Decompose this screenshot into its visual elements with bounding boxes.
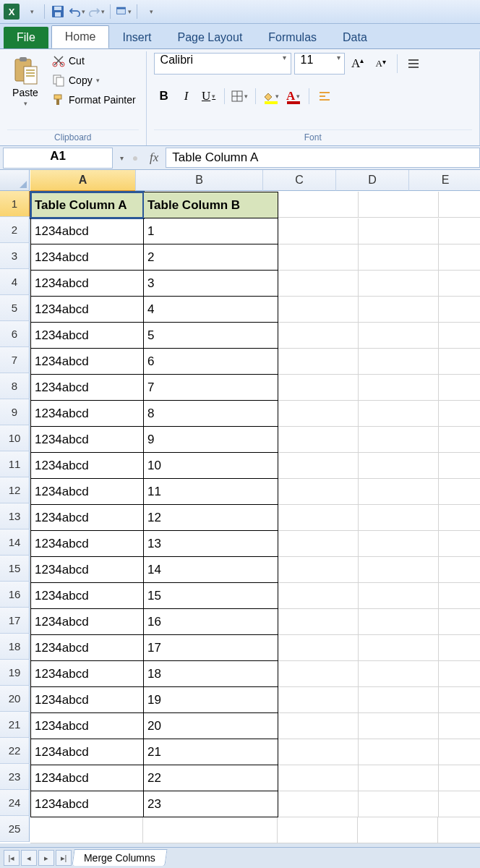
cell[interactable] <box>439 192 480 218</box>
row-header[interactable]: 11 <box>0 451 30 477</box>
row-header[interactable]: 6 <box>0 321 30 347</box>
cell[interactable]: 1234abcd <box>30 531 144 557</box>
cell[interactable] <box>359 401 439 427</box>
cell[interactable]: 1234abcd <box>30 609 144 635</box>
row-header[interactable]: 16 <box>0 582 30 608</box>
cell[interactable]: Table Column B <box>144 192 278 218</box>
cell[interactable]: 1234abcd <box>30 583 144 609</box>
fx-icon[interactable]: fx <box>142 150 166 165</box>
cell[interactable]: 1234abcd <box>30 505 144 531</box>
cell[interactable] <box>359 218 439 244</box>
cell[interactable] <box>278 687 359 713</box>
sheet-nav-next-icon[interactable]: ▸ <box>38 850 54 866</box>
row-header[interactable]: 21 <box>0 712 30 738</box>
shrink-font-button[interactable]: A▾ <box>371 54 391 74</box>
cell[interactable] <box>30 817 143 843</box>
cell[interactable] <box>143 817 278 843</box>
row-header[interactable]: 18 <box>0 634 30 660</box>
cell[interactable] <box>278 635 359 661</box>
sheet-nav-last-icon[interactable]: ▸| <box>56 850 72 866</box>
cell[interactable] <box>278 271 359 297</box>
cell[interactable] <box>439 218 480 244</box>
cell[interactable] <box>359 427 439 453</box>
cell[interactable]: 1234abcd <box>30 557 144 583</box>
cell[interactable] <box>439 479 480 505</box>
cell[interactable] <box>359 635 439 661</box>
cell[interactable]: 1234abcd <box>30 244 144 271</box>
row-header[interactable]: 25 <box>0 816 30 842</box>
row-header[interactable]: 8 <box>0 373 30 399</box>
row-header[interactable]: 9 <box>0 399 30 425</box>
cell[interactable] <box>439 713 480 739</box>
cell[interactable] <box>278 791 359 817</box>
tab-page-layout[interactable]: Page Layout <box>164 27 255 48</box>
cell[interactable]: 1234abcd <box>30 271 144 297</box>
cell[interactable] <box>359 479 439 505</box>
qat-customize-icon[interactable] <box>23 4 39 20</box>
italic-button[interactable]: I <box>176 86 197 106</box>
format-painter-button[interactable]: Format Painter <box>49 92 139 108</box>
row-header[interactable]: 12 <box>0 477 30 503</box>
cell[interactable]: 1234abcd <box>30 427 144 453</box>
font-color-button[interactable]: A <box>283 86 304 106</box>
cell[interactable] <box>278 244 359 271</box>
cell[interactable] <box>359 192 439 218</box>
column-header[interactable]: B <box>136 170 263 191</box>
cell[interactable] <box>359 375 439 401</box>
cell[interactable]: 15 <box>144 583 278 609</box>
row-header[interactable]: 24 <box>0 790 30 816</box>
cell[interactable] <box>278 557 359 583</box>
cell[interactable] <box>439 453 480 479</box>
column-header[interactable]: A <box>30 170 136 192</box>
cell[interactable]: 1234abcd <box>30 635 144 661</box>
qat-more-icon[interactable] <box>116 4 132 20</box>
font-name-select[interactable]: Calibri▾ <box>154 53 291 75</box>
fill-color-button[interactable] <box>261 86 281 106</box>
tab-file[interactable]: File <box>4 27 48 48</box>
cell[interactable] <box>278 192 359 218</box>
cell[interactable] <box>278 661 359 687</box>
cell[interactable] <box>439 687 480 713</box>
cell[interactable]: 23 <box>144 791 278 817</box>
cell[interactable]: 1234abcd <box>30 218 144 244</box>
cell[interactable]: 1234abcd <box>30 791 144 817</box>
cell[interactable] <box>438 817 480 843</box>
cell[interactable] <box>439 401 480 427</box>
cell[interactable]: 1234abcd <box>30 453 144 479</box>
cell[interactable] <box>439 427 480 453</box>
cell[interactable]: 12 <box>144 505 278 531</box>
paste-button[interactable]: Paste ▾ <box>7 53 43 111</box>
row-header[interactable]: 23 <box>0 764 30 790</box>
column-header[interactable]: E <box>409 170 480 191</box>
cell[interactable]: 4 <box>144 297 278 323</box>
bold-button[interactable]: B <box>154 86 174 106</box>
cell[interactable] <box>278 583 359 609</box>
cell[interactable]: 2 <box>144 244 278 271</box>
cell[interactable]: 1234abcd <box>30 687 144 713</box>
row-header[interactable]: 13 <box>0 503 30 529</box>
cell[interactable] <box>278 375 359 401</box>
select-all-corner[interactable] <box>0 170 30 191</box>
cell[interactable]: 7 <box>144 375 278 401</box>
row-header[interactable]: 2 <box>0 217 30 243</box>
cell[interactable] <box>439 765 480 791</box>
row-header[interactable]: 7 <box>0 347 30 373</box>
row-header[interactable]: 19 <box>0 660 30 686</box>
row-header[interactable]: 22 <box>0 738 30 764</box>
cut-button[interactable]: Cut <box>49 53 139 69</box>
undo-icon[interactable] <box>69 4 85 20</box>
sheet-nav-first-icon[interactable]: |◂ <box>4 850 20 866</box>
cell[interactable]: 1234abcd <box>30 401 144 427</box>
row-header[interactable]: 5 <box>0 295 30 321</box>
cell[interactable] <box>359 244 439 271</box>
align-button[interactable] <box>403 54 424 74</box>
cell[interactable] <box>278 453 359 479</box>
cell[interactable] <box>439 635 480 661</box>
cell[interactable]: 6 <box>144 349 278 375</box>
cell[interactable] <box>278 739 359 765</box>
cell[interactable]: 14 <box>144 557 278 583</box>
cell[interactable] <box>359 791 439 817</box>
tab-insert[interactable]: Insert <box>109 27 164 48</box>
cell[interactable] <box>439 531 480 557</box>
cell[interactable] <box>439 271 480 297</box>
